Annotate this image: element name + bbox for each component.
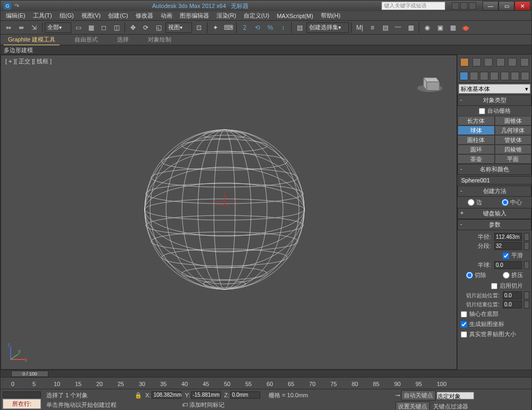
unlink-icon[interactable]: ⇎ [15, 22, 27, 34]
radius-input[interactable]: 112.463m [494, 233, 522, 241]
ref-coord-dropdown[interactable]: 视图▾ [165, 22, 192, 33]
radius-spinner[interactable] [524, 233, 529, 241]
minimize-button[interactable]: — [483, 1, 498, 11]
layers-icon[interactable]: ▤ [379, 22, 391, 34]
center-radio[interactable]: 中心 [502, 198, 522, 206]
lights-icon[interactable] [480, 72, 488, 80]
manip-icon[interactable]: ✦ [210, 22, 221, 34]
slice-from-spinner[interactable] [524, 291, 529, 299]
menu-modifiers[interactable]: 修改器 [132, 11, 156, 20]
systems-icon[interactable] [521, 72, 529, 80]
move-icon[interactable]: ✥ [127, 22, 139, 34]
spinner-snap-icon[interactable]: ↕ [277, 22, 289, 34]
sphere-button[interactable]: 球体 [458, 125, 495, 135]
motion-tab-icon[interactable] [496, 58, 505, 66]
shapes-icon[interactable] [470, 72, 478, 80]
auto-grid-checkbox[interactable] [479, 108, 485, 114]
create-tab-icon[interactable] [460, 58, 469, 66]
menu-animation[interactable]: 动画 [157, 11, 176, 20]
hemisphere-spinner[interactable] [524, 261, 529, 269]
slice-to-input[interactable]: 0.0 [503, 300, 522, 308]
quick-access-icon[interactable]: ↷ [14, 3, 19, 10]
viewcube[interactable] [414, 66, 446, 98]
curve-editor-icon[interactable]: 〰 [392, 22, 404, 34]
menu-view[interactable]: 视图(V) [78, 11, 104, 20]
smooth-checkbox[interactable] [503, 253, 509, 259]
help-search-input[interactable]: 键入关键字或短语 [381, 2, 445, 10]
viewport-label[interactable]: [ + ][ 正交 ][ 线框 ] [5, 57, 52, 65]
menu-create[interactable]: 创建(C) [105, 11, 131, 20]
cameras-icon[interactable] [490, 72, 498, 80]
keyboard-icon[interactable]: ⌨ [222, 22, 234, 34]
utilities-tab-icon[interactable] [520, 58, 529, 66]
key-target-dropdown[interactable]: 选定对象 [437, 392, 474, 399]
menu-group[interactable]: 组(G) [56, 11, 77, 20]
segments-spinner[interactable] [524, 242, 529, 250]
scale-icon[interactable]: ◱ [153, 22, 164, 34]
menu-edit[interactable]: 编辑(E) [3, 11, 29, 20]
keyfilters-button[interactable]: 关键点过滤器 [431, 402, 470, 410]
edge-radio[interactable]: 边 [468, 198, 482, 206]
gen-uv-checkbox[interactable] [461, 321, 467, 328]
select-name-icon[interactable]: ▦ [85, 22, 97, 34]
time-slider[interactable]: 0 / 100 [11, 371, 48, 377]
material-icon[interactable]: ◉ [421, 22, 433, 34]
segments-input[interactable]: 32 [494, 242, 522, 250]
window-crossing-icon[interactable]: ◫ [111, 22, 122, 34]
squash-radio[interactable]: 挤压 [503, 271, 523, 279]
display-tab-icon[interactable] [508, 58, 517, 66]
tab-object-paint[interactable]: 对象绘制 [144, 35, 176, 45]
name-color-rollout[interactable]: -名称和颜色 [458, 164, 531, 175]
select-icon[interactable]: ▭ [72, 22, 84, 34]
tab-graphite[interactable]: Graphite 建模工具 [4, 35, 60, 45]
menu-graph-editors[interactable]: 图形编辑器 [177, 11, 212, 20]
chop-radio[interactable]: 切除 [466, 271, 486, 279]
help-icon[interactable] [469, 2, 476, 10]
helpers-icon[interactable] [501, 72, 509, 80]
menu-rendering[interactable]: 渲染(R) [213, 11, 239, 20]
schematic-icon[interactable]: ▦ [405, 22, 417, 34]
render-setup-icon[interactable]: ▣ [434, 22, 446, 34]
geometry-icon[interactable] [460, 72, 468, 80]
time-ruler[interactable]: 0510152025303540455055606570758085909510… [1, 378, 458, 388]
close-button[interactable]: ✕ [514, 1, 530, 11]
slice-on-checkbox[interactable] [491, 283, 497, 289]
parameters-rollout[interactable]: -参数 [458, 219, 531, 230]
torus-button[interactable]: 圆环 [458, 145, 495, 154]
align-icon[interactable]: ≡ [367, 22, 378, 34]
render-frame-icon[interactable]: ▦ [447, 22, 459, 34]
mirror-icon[interactable]: M| [354, 22, 365, 34]
hemisphere-input[interactable]: 0.0 [494, 261, 522, 269]
link-icon[interactable]: ⇔ [3, 22, 14, 34]
render-icon[interactable]: 🫖 [460, 22, 471, 34]
tab-selection[interactable]: 选择 [113, 35, 133, 45]
object-name-input[interactable] [459, 176, 531, 185]
setkey-button[interactable]: 设置关键点 [395, 401, 430, 410]
lock-icon[interactable]: 🔒 [135, 392, 142, 399]
snap-angle-icon[interactable]: ⟲ [252, 22, 263, 34]
add-time-tag-button[interactable]: 🏷 添加时间标记 [182, 401, 225, 408]
snap-percent-icon[interactable]: % [264, 22, 276, 34]
menu-maxscript[interactable]: MAXScript(M) [273, 12, 316, 20]
spacewarps-icon[interactable] [511, 72, 519, 80]
menu-help[interactable]: 帮助(H) [318, 11, 344, 20]
real-uv-checkbox[interactable] [461, 331, 467, 338]
y-coord-input[interactable]: -15.881mm [191, 391, 221, 399]
creation-method-rollout[interactable]: -创建方法 [458, 186, 531, 197]
box-button[interactable]: 长方体 [458, 116, 495, 125]
autokey-button[interactable]: 自动关键点 [401, 390, 436, 400]
slice-from-input[interactable]: 0.0 [503, 291, 522, 299]
category-dropdown[interactable]: 标准基本体▾ [459, 84, 530, 94]
menu-tools[interactable]: 工具(T) [30, 11, 55, 20]
base-pivot-checkbox[interactable] [461, 311, 467, 317]
snap-2d-icon[interactable]: 2 [239, 22, 251, 34]
star-icon[interactable] [460, 2, 468, 10]
rotate-icon[interactable]: ⟳ [140, 22, 152, 34]
menu-customize[interactable]: 自定义(U) [240, 11, 272, 20]
now-line-button[interactable]: 所在行: [3, 399, 41, 409]
modify-tab-icon[interactable] [472, 58, 481, 66]
object-type-rollout[interactable]: -对象类型 [458, 95, 531, 106]
cylinder-button[interactable]: 圆柱体 [458, 135, 495, 145]
slice-to-spinner[interactable] [524, 300, 529, 308]
key-icon[interactable]: ⊸ [395, 392, 400, 399]
